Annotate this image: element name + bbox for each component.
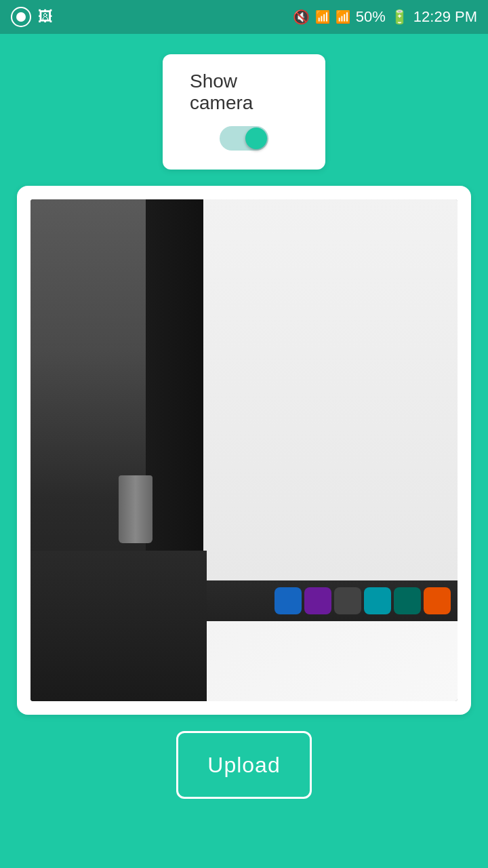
toggle-track[interactable] [220, 126, 268, 151]
upload-button[interactable]: Upload [176, 731, 312, 799]
status-bar-right: 🔇 📶 📶 50% 🔋 12:29 PM [293, 8, 477, 26]
show-camera-card: Show camera [163, 54, 325, 170]
android-icon [11, 7, 31, 27]
toggle-container[interactable] [220, 126, 268, 151]
dock-icon-6 [424, 587, 451, 614]
gallery-icon: 🖼 [38, 8, 53, 26]
screen-area [203, 199, 458, 580]
camera-preview-image [30, 199, 458, 701]
wifi-icon: 📶 [315, 9, 330, 24]
dock-icon-5 [394, 587, 421, 614]
dock-icon-2 [304, 587, 331, 614]
battery-level: 50% [356, 8, 386, 26]
status-bar: 🖼 🔇 📶 📶 50% 🔋 12:29 PM [0, 0, 488, 34]
screen-dock [203, 580, 458, 620]
main-content: Show camera [0, 34, 488, 868]
mute-icon: 🔇 [293, 9, 310, 25]
signal-icon: 📶 [336, 9, 350, 24]
trash-can [119, 475, 152, 543]
dock-icon-1 [274, 587, 302, 614]
toggle-thumb [245, 127, 267, 149]
floor-area [30, 551, 207, 701]
camera-preview-card [17, 186, 471, 715]
dock-icon-4 [364, 587, 391, 614]
dock-icon-3 [334, 587, 361, 614]
show-camera-label: Show camera [190, 71, 298, 114]
status-bar-left: 🖼 [11, 7, 53, 27]
clock: 12:29 PM [413, 8, 477, 26]
battery-icon: 🔋 [391, 9, 408, 25]
camera-scene [30, 199, 458, 701]
